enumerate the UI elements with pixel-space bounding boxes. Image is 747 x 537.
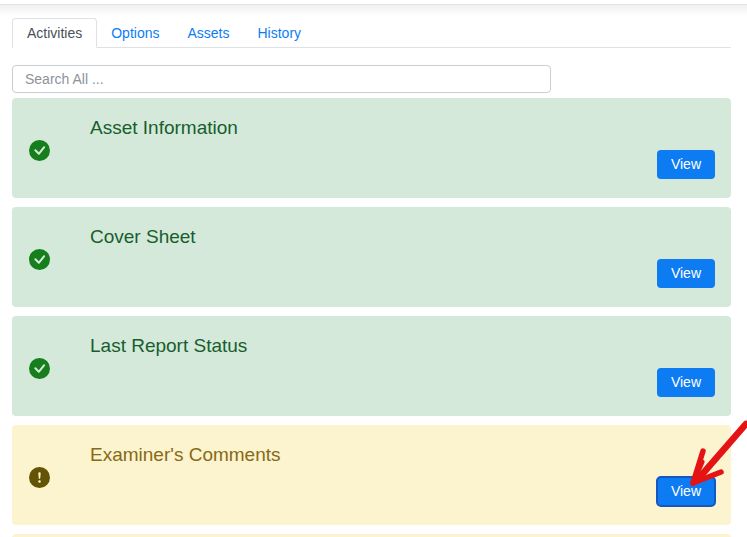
search-input[interactable] [12, 65, 551, 93]
card-title: Last Report Status [90, 335, 247, 356]
view-button[interactable]: View [657, 259, 715, 288]
tab-activities[interactable]: Activities [12, 18, 97, 48]
view-button[interactable]: View [657, 368, 715, 397]
card-title: Asset Information [90, 117, 238, 138]
card-examiners-comments: Examiner's Comments View [12, 425, 731, 525]
tab-assets[interactable]: Assets [173, 18, 243, 48]
check-circle-icon [29, 249, 50, 270]
card-cover-sheet: Cover Sheet View [12, 207, 731, 307]
main-content: Activities Options Assets History Asset … [12, 18, 731, 537]
top-scroll-shadow [0, 4, 747, 16]
card-asset-information: Asset Information View [12, 98, 731, 198]
card-title: Examiner's Comments [90, 444, 281, 465]
card-last-report-status: Last Report Status View [12, 316, 731, 416]
check-circle-icon [29, 140, 50, 161]
check-circle-icon [29, 358, 50, 379]
tab-options[interactable]: Options [97, 18, 173, 48]
card-title: Cover Sheet [90, 226, 196, 247]
tab-history[interactable]: History [244, 18, 316, 48]
view-button[interactable]: View [657, 150, 715, 179]
exclamation-circle-icon [29, 467, 50, 488]
view-button[interactable]: View [657, 477, 715, 506]
tab-bar: Activities Options Assets History [12, 18, 731, 48]
